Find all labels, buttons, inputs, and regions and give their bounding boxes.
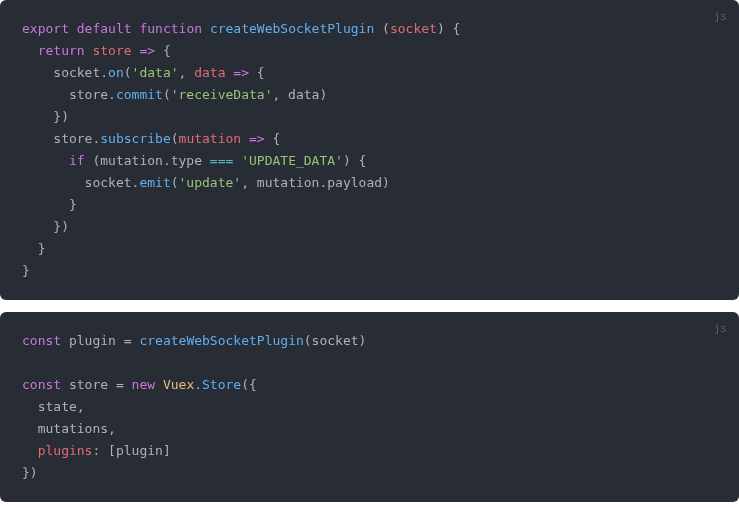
code-block-0: jsexport default function createWebSocke… [0, 0, 739, 300]
code-block-1: jsconst plugin = createWebSocketPlugin(s… [0, 312, 739, 502]
language-label: js [714, 6, 727, 28]
code-content: export default function createWebSocketP… [22, 18, 717, 282]
code-content: const plugin = createWebSocketPlugin(soc… [22, 330, 717, 484]
language-label: js [714, 318, 727, 340]
